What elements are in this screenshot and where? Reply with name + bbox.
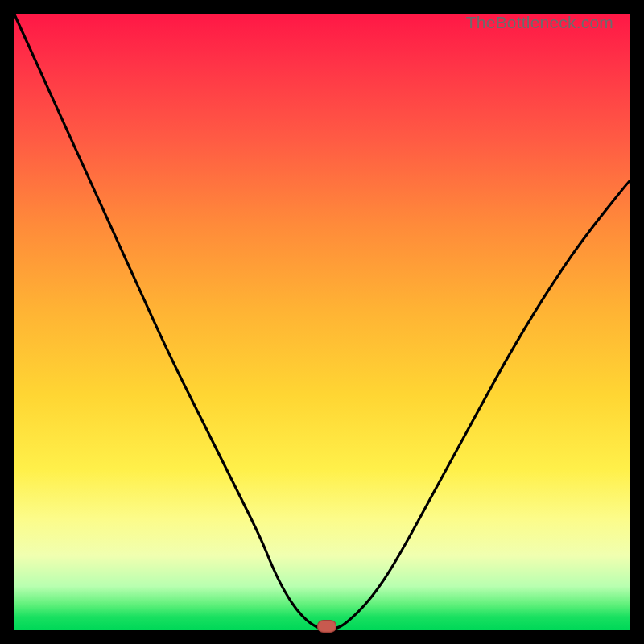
watermark-text: TheBottleneck.com: [466, 13, 613, 32]
bottleneck-curve: [14, 14, 630, 630]
chart-frame: TheBottleneck.com: [14, 14, 630, 630]
optimal-point-marker: [317, 620, 336, 633]
